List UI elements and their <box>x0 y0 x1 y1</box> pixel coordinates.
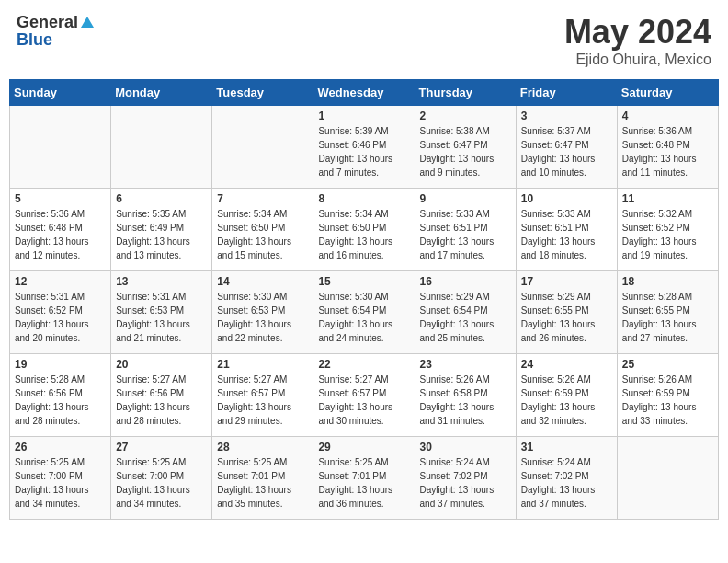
logo-general-text: General <box>17 13 78 32</box>
day-number: 25 <box>622 358 713 371</box>
calendar-cell: 3Sunrise: 5:37 AM Sunset: 6:47 PM Daylig… <box>516 106 617 189</box>
weekday-header-friday: Friday <box>516 80 617 106</box>
calendar-cell: 26Sunrise: 5:25 AM Sunset: 7:00 PM Dayli… <box>10 437 111 520</box>
day-number: 2 <box>420 109 511 122</box>
day-number: 14 <box>217 275 308 288</box>
logo: General Blue <box>17 13 94 50</box>
day-number: 3 <box>521 109 612 122</box>
calendar-cell: 23Sunrise: 5:26 AM Sunset: 6:58 PM Dayli… <box>415 354 516 437</box>
calendar-week-row: 19Sunrise: 5:28 AM Sunset: 6:56 PM Dayli… <box>10 354 719 437</box>
calendar-header: SundayMondayTuesdayWednesdayThursdayFrid… <box>10 80 719 106</box>
calendar-cell: 29Sunrise: 5:25 AM Sunset: 7:01 PM Dayli… <box>313 437 415 520</box>
calendar-cell: 12Sunrise: 5:31 AM Sunset: 6:52 PM Dayli… <box>10 271 111 354</box>
calendar-cell: 9Sunrise: 5:33 AM Sunset: 6:51 PM Daylig… <box>415 189 516 271</box>
weekday-header-saturday: Saturday <box>617 80 718 106</box>
calendar-cell: 7Sunrise: 5:34 AM Sunset: 6:50 PM Daylig… <box>212 189 313 271</box>
day-number: 22 <box>318 358 409 371</box>
weekday-header-sunday: Sunday <box>10 80 111 106</box>
day-number: 24 <box>521 358 612 371</box>
weekday-header-thursday: Thursday <box>415 80 516 106</box>
day-number: 26 <box>15 441 106 454</box>
day-info: Sunrise: 5:25 AM Sunset: 7:01 PM Dayligh… <box>217 455 308 511</box>
day-number: 6 <box>116 192 207 205</box>
calendar-cell: 18Sunrise: 5:28 AM Sunset: 6:55 PM Dayli… <box>617 271 718 354</box>
calendar-cell: 8Sunrise: 5:34 AM Sunset: 6:50 PM Daylig… <box>313 189 415 271</box>
day-info: Sunrise: 5:30 AM Sunset: 6:54 PM Dayligh… <box>318 290 409 345</box>
calendar-week-row: 5Sunrise: 5:36 AM Sunset: 6:48 PM Daylig… <box>10 189 719 271</box>
day-info: Sunrise: 5:36 AM Sunset: 6:48 PM Dayligh… <box>622 124 713 179</box>
calendar-cell <box>617 437 718 520</box>
day-info: Sunrise: 5:39 AM Sunset: 6:46 PM Dayligh… <box>318 124 409 179</box>
day-number: 12 <box>15 275 106 288</box>
day-number: 15 <box>318 275 409 288</box>
calendar-cell <box>10 106 111 189</box>
day-info: Sunrise: 5:26 AM Sunset: 6:58 PM Dayligh… <box>420 373 511 428</box>
day-number: 28 <box>217 441 308 454</box>
day-number: 30 <box>420 441 511 454</box>
weekday-header-tuesday: Tuesday <box>212 80 313 106</box>
day-number: 31 <box>521 441 612 454</box>
day-number: 8 <box>318 192 409 205</box>
day-info: Sunrise: 5:36 AM Sunset: 6:48 PM Dayligh… <box>15 207 106 262</box>
day-number: 13 <box>116 275 207 288</box>
day-info: Sunrise: 5:31 AM Sunset: 6:53 PM Dayligh… <box>116 290 207 345</box>
logo-blue-text: Blue <box>17 30 52 50</box>
calendar-cell: 11Sunrise: 5:32 AM Sunset: 6:52 PM Dayli… <box>617 189 718 271</box>
weekday-header-wednesday: Wednesday <box>313 80 415 106</box>
calendar-cell <box>111 106 212 189</box>
day-number: 11 <box>622 192 713 205</box>
calendar-cell <box>212 106 313 189</box>
day-info: Sunrise: 5:34 AM Sunset: 6:50 PM Dayligh… <box>318 207 409 262</box>
day-info: Sunrise: 5:27 AM Sunset: 6:56 PM Dayligh… <box>116 373 207 428</box>
day-info: Sunrise: 5:33 AM Sunset: 6:51 PM Dayligh… <box>420 207 511 262</box>
day-number: 20 <box>116 358 207 371</box>
day-info: Sunrise: 5:26 AM Sunset: 6:59 PM Dayligh… <box>521 373 612 428</box>
calendar-cell: 28Sunrise: 5:25 AM Sunset: 7:01 PM Dayli… <box>212 437 313 520</box>
day-info: Sunrise: 5:31 AM Sunset: 6:52 PM Dayligh… <box>15 290 106 345</box>
day-number: 29 <box>318 441 409 454</box>
day-info: Sunrise: 5:24 AM Sunset: 7:02 PM Dayligh… <box>521 455 612 511</box>
day-info: Sunrise: 5:25 AM Sunset: 7:00 PM Dayligh… <box>15 455 106 511</box>
day-info: Sunrise: 5:27 AM Sunset: 6:57 PM Dayligh… <box>318 373 409 428</box>
calendar-cell: 16Sunrise: 5:29 AM Sunset: 6:54 PM Dayli… <box>415 271 516 354</box>
day-number: 16 <box>420 275 511 288</box>
day-info: Sunrise: 5:33 AM Sunset: 6:51 PM Dayligh… <box>521 207 612 262</box>
calendar-cell: 6Sunrise: 5:35 AM Sunset: 6:49 PM Daylig… <box>111 189 212 271</box>
page-header: General Blue May 2024 Ejido Ohuira, Mexi… <box>9 9 719 72</box>
calendar-table: SundayMondayTuesdayWednesdayThursdayFrid… <box>9 79 719 520</box>
calendar-cell: 27Sunrise: 5:25 AM Sunset: 7:00 PM Dayli… <box>111 437 212 520</box>
calendar-cell: 25Sunrise: 5:26 AM Sunset: 6:59 PM Dayli… <box>617 354 718 437</box>
calendar-cell: 5Sunrise: 5:36 AM Sunset: 6:48 PM Daylig… <box>10 189 111 271</box>
day-number: 18 <box>622 275 713 288</box>
calendar-cell: 17Sunrise: 5:29 AM Sunset: 6:55 PM Dayli… <box>516 271 617 354</box>
day-number: 21 <box>217 358 308 371</box>
day-info: Sunrise: 5:28 AM Sunset: 6:56 PM Dayligh… <box>15 373 106 428</box>
day-info: Sunrise: 5:35 AM Sunset: 6:49 PM Dayligh… <box>116 207 207 262</box>
calendar-cell: 14Sunrise: 5:30 AM Sunset: 6:53 PM Dayli… <box>212 271 313 354</box>
day-info: Sunrise: 5:25 AM Sunset: 7:00 PM Dayligh… <box>116 455 207 511</box>
calendar-cell: 31Sunrise: 5:24 AM Sunset: 7:02 PM Dayli… <box>516 437 617 520</box>
logo-triangle-icon <box>81 17 94 28</box>
calendar-cell: 21Sunrise: 5:27 AM Sunset: 6:57 PM Dayli… <box>212 354 313 437</box>
calendar-cell: 19Sunrise: 5:28 AM Sunset: 6:56 PM Dayli… <box>10 354 111 437</box>
day-number: 5 <box>15 192 106 205</box>
day-number: 10 <box>521 192 612 205</box>
day-number: 17 <box>521 275 612 288</box>
calendar-body: 1Sunrise: 5:39 AM Sunset: 6:46 PM Daylig… <box>10 106 719 520</box>
day-number: 1 <box>318 109 409 122</box>
calendar-cell: 22Sunrise: 5:27 AM Sunset: 6:57 PM Dayli… <box>313 354 415 437</box>
day-info: Sunrise: 5:29 AM Sunset: 6:54 PM Dayligh… <box>420 290 511 345</box>
day-info: Sunrise: 5:38 AM Sunset: 6:47 PM Dayligh… <box>420 124 511 179</box>
calendar-week-row: 26Sunrise: 5:25 AM Sunset: 7:00 PM Dayli… <box>10 437 719 520</box>
day-number: 23 <box>420 358 511 371</box>
weekday-row: SundayMondayTuesdayWednesdayThursdayFrid… <box>10 80 719 106</box>
day-info: Sunrise: 5:29 AM Sunset: 6:55 PM Dayligh… <box>521 290 612 345</box>
location: Ejido Ohuira, Mexico <box>564 52 711 68</box>
calendar-cell: 30Sunrise: 5:24 AM Sunset: 7:02 PM Dayli… <box>415 437 516 520</box>
day-info: Sunrise: 5:28 AM Sunset: 6:55 PM Dayligh… <box>622 290 713 345</box>
day-info: Sunrise: 5:30 AM Sunset: 6:53 PM Dayligh… <box>217 290 308 345</box>
day-number: 19 <box>15 358 106 371</box>
calendar-cell: 24Sunrise: 5:26 AM Sunset: 6:59 PM Dayli… <box>516 354 617 437</box>
calendar-cell: 13Sunrise: 5:31 AM Sunset: 6:53 PM Dayli… <box>111 271 212 354</box>
calendar-cell: 15Sunrise: 5:30 AM Sunset: 6:54 PM Dayli… <box>313 271 415 354</box>
